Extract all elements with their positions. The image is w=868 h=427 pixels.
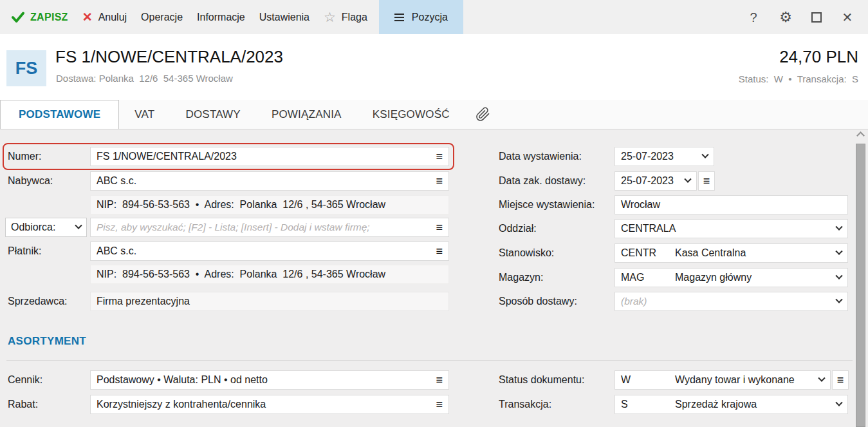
- field-menu-icon: [703, 175, 710, 187]
- stanowisko-value: Kasa Centralna: [675, 247, 746, 259]
- magazyn-dropdown[interactable]: MAG Magazyn główny: [614, 268, 848, 287]
- stanowisko-label: Stanowisko:: [499, 243, 554, 263]
- star-icon: ☆: [324, 10, 336, 24]
- cennik-value: Podstawowy • Waluta: PLN • od netto: [97, 374, 268, 386]
- sprzedawca-label: Sprzedawca:: [8, 292, 68, 311]
- platnik-field[interactable]: ABC s.c.: [90, 242, 449, 261]
- miejsce-wystawienia-label: Miejsce wystawienia:: [499, 195, 595, 214]
- nabywca-field[interactable]: ABC s.c.: [90, 171, 449, 191]
- asortyment-section-heading: ASORTYMENT: [8, 335, 86, 348]
- nabywca-details-text: NIP: 894-56-53-563 • Adres: Polanka 12/6…: [97, 199, 385, 211]
- magazyn-value: Magazyn główny: [675, 272, 752, 283]
- tab-ksiegowosc[interactable]: KSIĘGOWOŚĆ: [357, 100, 465, 129]
- field-menu-icon[interactable]: [436, 222, 443, 233]
- window-controls: ? ⚙ ✕: [747, 10, 868, 24]
- document-header: FS FS 1/NOWE/CENTRALA/2023 Dostawa: Pola…: [0, 34, 868, 100]
- information-menu-button[interactable]: Informacje: [194, 0, 248, 34]
- nabywca-label: Nabywca:: [8, 171, 53, 191]
- operations-menu-button[interactable]: Operacje: [138, 0, 185, 34]
- position-button[interactable]: Pozycja: [379, 0, 463, 34]
- chevron-down-icon: [835, 272, 842, 280]
- sposob-dostawy-label: Sposób dostawy:: [499, 292, 577, 311]
- numer-value: FS 1/NOWE/CENTRALA/2023: [97, 151, 237, 162]
- chevron-down-icon: [835, 223, 842, 231]
- odbiorca-placeholder: Pisz, aby wyszukać; [F2] - Lista; [Inser…: [97, 222, 370, 233]
- miejsce-wystawienia-input[interactable]: Wrocław: [614, 195, 848, 214]
- information-label: Informacje: [197, 12, 245, 23]
- close-icon[interactable]: ✕: [841, 11, 854, 24]
- gear-icon[interactable]: ⚙: [779, 10, 792, 24]
- magazyn-code: MAG: [621, 272, 675, 283]
- field-menu-icon[interactable]: [436, 245, 443, 257]
- numer-field[interactable]: FS 1/NOWE/CENTRALA/2023: [90, 147, 449, 166]
- settings-menu-button[interactable]: Ustawienia: [257, 0, 312, 34]
- miejsce-wystawienia-value: Wrocław: [621, 199, 660, 211]
- data-wystawienia-dropdown[interactable]: 25-07-2023: [614, 147, 714, 166]
- flag-button[interactable]: ☆ Flaga: [321, 0, 370, 34]
- tab-podstawowe[interactable]: PODSTAWOWE: [0, 100, 119, 129]
- paperclip-icon: [476, 107, 490, 122]
- data-zak-dostawy-menu-button[interactable]: [698, 171, 715, 191]
- document-title: FS 1/NOWE/CENTRALA/2023: [55, 47, 283, 67]
- status-transaction-line: Status: W • Transakcja: S: [739, 73, 858, 84]
- oddzial-label: Oddział:: [499, 219, 537, 238]
- field-menu-icon[interactable]: [436, 374, 443, 386]
- document-amount: 24,70 PLN: [779, 47, 858, 67]
- transakcja-dropdown[interactable]: S Sprzedaż krajowa: [614, 395, 848, 414]
- chevron-down-icon: [818, 375, 825, 382]
- scrollbar-up-icon[interactable]: [856, 131, 865, 140]
- section-divider: [6, 360, 853, 361]
- chevron-down-icon: [684, 176, 691, 183]
- stanowisko-code: CENTR: [621, 247, 675, 259]
- cancel-label: Anuluj: [98, 12, 127, 23]
- rabat-value: Korzystniejszy z kontrahenta/cennika: [97, 399, 266, 410]
- sprzedawca-value: Firma prezentacyjna: [97, 296, 190, 307]
- chevron-down-icon: [835, 296, 842, 303]
- tab-bar: PODSTAWOWE VAT DOSTAWY POWIĄZANIA KSIĘGO…: [0, 100, 868, 129]
- data-wystawienia-label: Data wystawienia:: [499, 147, 582, 166]
- platnik-label: Płatnik:: [8, 242, 41, 261]
- vertical-scrollbar[interactable]: [856, 144, 865, 427]
- save-label: ZAPISZ: [30, 12, 68, 23]
- status-dokumentu-menu-button[interactable]: [832, 370, 849, 390]
- delivery-address-line: Dostawa: Polanka 12/6 54-365 Wrocław: [56, 73, 233, 84]
- status-dokumentu-code: W: [621, 374, 675, 386]
- attachments-button[interactable]: [476, 100, 490, 129]
- cancel-x-icon: ✕: [82, 11, 93, 23]
- data-zak-dostawy-value: 25-07-2023: [621, 175, 674, 187]
- status-dokumentu-value: Wydany towar i wykonane: [675, 374, 795, 386]
- chevron-down-icon: [835, 399, 842, 406]
- field-menu-icon[interactable]: [436, 151, 443, 162]
- settings-label: Ustawienia: [259, 12, 309, 23]
- stanowisko-dropdown[interactable]: CENTR Kasa Centralna: [614, 243, 848, 263]
- chevron-down-icon: [701, 151, 708, 158]
- cennik-label: Cennik:: [8, 370, 42, 390]
- toolbar: ZAPISZ ✕ Anuluj Operacje Informacje Usta…: [0, 0, 868, 34]
- odbiorca-role-dropdown[interactable]: Odbiorca:: [5, 218, 87, 237]
- doc-type-badge: FS: [6, 50, 46, 86]
- save-button[interactable]: ZAPISZ: [9, 0, 71, 34]
- oddzial-value: CENTRALA: [621, 223, 676, 234]
- operations-label: Operacje: [141, 12, 183, 23]
- field-menu-icon[interactable]: [436, 175, 443, 187]
- field-menu-icon[interactable]: [436, 399, 443, 410]
- status-dokumentu-dropdown[interactable]: W Wydany towar i wykonane: [614, 370, 831, 390]
- sposob-dostawy-placeholder: (brak): [621, 296, 647, 307]
- numer-label: Numer:: [8, 147, 41, 166]
- oddzial-dropdown[interactable]: CENTRALA: [614, 219, 848, 238]
- cennik-field[interactable]: Podstawowy • Waluta: PLN • od netto: [90, 370, 449, 390]
- tab-powiazania[interactable]: POWIĄZANIA: [256, 100, 357, 129]
- help-icon[interactable]: ?: [747, 11, 760, 24]
- tab-dostawy[interactable]: DOSTAWY: [170, 100, 255, 129]
- data-zak-dostawy-dropdown[interactable]: 25-07-2023: [614, 171, 697, 191]
- platnik-details: NIP: 894-56-53-563 • Adres: Polanka 12/6…: [90, 265, 449, 284]
- sposob-dostawy-dropdown[interactable]: (brak): [614, 292, 848, 311]
- maximize-icon[interactable]: [811, 12, 822, 23]
- cancel-button[interactable]: ✕ Anuluj: [80, 0, 129, 34]
- rabat-field[interactable]: Korzystniejszy z kontrahenta/cennika: [90, 395, 449, 414]
- platnik-details-text: NIP: 894-56-53-563 • Adres: Polanka 12/6…: [97, 269, 385, 280]
- odbiorca-search-input[interactable]: Pisz, aby wyszukać; [F2] - Lista; [Inser…: [90, 218, 449, 237]
- odbiorca-label: Odbiorca:: [11, 222, 55, 233]
- data-zak-dostawy-label: Data zak. dostawy:: [499, 171, 586, 191]
- tab-vat[interactable]: VAT: [119, 100, 170, 129]
